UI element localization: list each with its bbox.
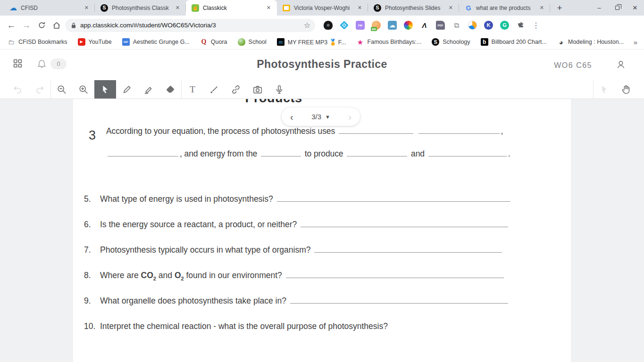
highlighter-tool[interactable]	[138, 80, 159, 99]
hand-tool[interactable]	[615, 80, 637, 99]
extension-lambda-icon[interactable]: Λ	[420, 21, 429, 30]
browser-tab-strip: ☁ CFISD ✕ S Photosynthesis Classk ✕ ☝ Cl…	[0, 0, 644, 16]
browser-menu-icon[interactable]: ⋮	[532, 21, 540, 30]
mp3-icon: m	[277, 38, 284, 46]
tab-title: Photosynthesis Classk	[112, 5, 173, 11]
extension-diamond-icon[interactable]	[340, 21, 349, 30]
address-bar[interactable]: app.classkick.com/#/student/WO6C65/Victo…	[65, 19, 315, 32]
text-tool[interactable]: T	[182, 80, 203, 99]
browser-tab[interactable]: ☁ CFISD ✕	[4, 0, 95, 16]
bookmark-item[interactable]: ◕ Modeling : Houston...	[557, 38, 624, 46]
extension-grammarly-icon[interactable]: G	[500, 21, 509, 30]
close-tab-icon[interactable]: ✕	[355, 3, 364, 12]
close-window-icon[interactable]: ✕	[626, 0, 644, 16]
classkick-header: 0 Photosynthesis Practice WO6 C65	[0, 49, 644, 80]
classkick-toolbar: T	[0, 80, 644, 99]
question-3-line-2: , and energy from the to produce and .	[106, 149, 510, 159]
browser-tab[interactable]: S Photosynthesis Classk ✕	[95, 0, 186, 16]
cloud-icon: ☁	[9, 4, 17, 12]
bookmark-item[interactable]: ▶ YouTube	[78, 38, 112, 46]
extension-read-write-icon[interactable]: rw	[356, 21, 365, 30]
restore-icon[interactable]	[608, 0, 626, 16]
close-tab-icon[interactable]: ✕	[537, 3, 546, 12]
extension-badge-dark-icon[interactable]: ʘ	[324, 21, 333, 30]
browser-tab[interactable]: G what are the products ✕	[459, 0, 550, 16]
answer-blank	[108, 149, 178, 156]
answer-blank	[339, 127, 413, 134]
extension-cloud-app-icon[interactable]: ☁	[388, 21, 397, 30]
profile-icon[interactable]	[616, 59, 626, 70]
line-tool[interactable]	[203, 80, 225, 99]
schoology-icon: S	[374, 4, 381, 12]
extension-kami-icon[interactable]: K	[484, 21, 493, 30]
select-tool[interactable]	[94, 80, 116, 99]
microphone-tool[interactable]	[268, 80, 290, 99]
extension-on-doc-icon[interactable]: on	[372, 21, 381, 30]
slides-icon	[283, 5, 290, 11]
youtube-icon: ▶	[78, 38, 85, 46]
extension-color-wheel-icon[interactable]	[404, 21, 413, 30]
close-tab-icon[interactable]: ✕	[82, 3, 91, 12]
question-text: Where are	[100, 271, 141, 280]
close-tab-icon[interactable]: ✕	[173, 3, 182, 12]
close-tab-icon[interactable]: ✕	[446, 3, 455, 12]
bookmarks-overflow-icon[interactable]: »	[634, 38, 637, 46]
worksheet-canvas[interactable]: Products 3 According to your equation, t…	[73, 99, 571, 362]
eraser-tool[interactable]	[159, 80, 181, 99]
reload-icon[interactable]	[35, 19, 48, 32]
close-tab-icon[interactable]: ✕	[264, 3, 273, 12]
undo-tool[interactable]	[7, 80, 29, 99]
bookmark-item[interactable]: 🗀 CFISD Bookmarks	[8, 38, 67, 46]
tab-title: Photosynthesis Slides	[385, 5, 446, 11]
bookmark-label: School	[249, 39, 267, 45]
question-text: According to your equation, the process …	[106, 126, 337, 136]
browser-tab[interactable]: S Photosynthesis Slides ✕	[368, 0, 459, 16]
question-number: 10.	[84, 321, 100, 331]
class-code: WO6 C65	[554, 61, 592, 70]
question-number: 8.	[84, 271, 100, 280]
pen-tool[interactable]	[116, 80, 138, 99]
bookmark-star-icon[interactable]: ☆	[303, 21, 311, 30]
window-controls: – ✕	[590, 0, 644, 16]
bookmark-item[interactable]: S Schoology	[432, 38, 470, 46]
link-tool[interactable]	[225, 80, 247, 99]
answer-blank	[314, 246, 502, 253]
new-tab-button[interactable]: +	[553, 1, 566, 15]
question-text: What organelle does photosynthesis take …	[100, 296, 289, 305]
bookmark-item[interactable]: m MY FREE MP3 🏅 F...	[277, 38, 346, 46]
bookmark-item[interactable]: Q Quora	[200, 38, 227, 46]
bookmark-item[interactable]: ★ Famous Birthdays:...	[357, 38, 422, 46]
bookmark-item[interactable]: b Billboard 200 Chart...	[481, 38, 547, 46]
browser-tab[interactable]: ☝ Classkick ✕	[186, 0, 277, 16]
school-icon	[238, 38, 245, 46]
question-number: 6.	[84, 220, 100, 230]
bookmark-item[interactable]: GIF Aesthetic Grunge G...	[122, 38, 190, 46]
zoom-out-tool[interactable]	[51, 80, 73, 99]
bookmark-label: CFISD Bookmarks	[18, 39, 67, 45]
extension-pdf-icon[interactable]: PDF	[436, 21, 445, 30]
minimize-icon[interactable]: –	[590, 0, 608, 16]
previous-page-icon[interactable]: ‹	[290, 112, 293, 122]
extension-timer-icon[interactable]	[468, 21, 477, 30]
camera-tool[interactable]	[247, 80, 268, 99]
google-icon: G	[465, 4, 472, 12]
browser-tab[interactable]: Victoria Vosper-Woghi ✕	[277, 0, 368, 16]
page-dropdown-icon[interactable]: ▼	[325, 114, 330, 120]
tab-title: CFISD	[21, 5, 82, 11]
laser-tool[interactable]	[594, 80, 615, 99]
question-text: and	[409, 149, 427, 158]
tab-title: what are the products	[476, 5, 537, 11]
extension-copies-icon[interactable]: ⧉	[452, 21, 461, 30]
question-row: 6.Is the energy source a reactant, a pro…	[84, 220, 510, 230]
extensions-puzzle-icon[interactable]	[517, 21, 526, 30]
next-page-icon[interactable]: ›	[348, 112, 351, 122]
tab-title: Classkick	[203, 5, 264, 11]
bookmark-item[interactable]: School	[238, 38, 267, 46]
home-icon[interactable]	[50, 19, 63, 32]
forward-icon[interactable]: →	[20, 19, 33, 32]
redo-tool[interactable]	[29, 80, 50, 99]
bookmark-label: Billboard 200 Chart...	[492, 39, 547, 45]
zoom-in-tool[interactable]	[73, 80, 94, 99]
back-icon[interactable]: ←	[5, 19, 18, 32]
assignment-title: Photosynthesis Practice	[0, 58, 644, 71]
